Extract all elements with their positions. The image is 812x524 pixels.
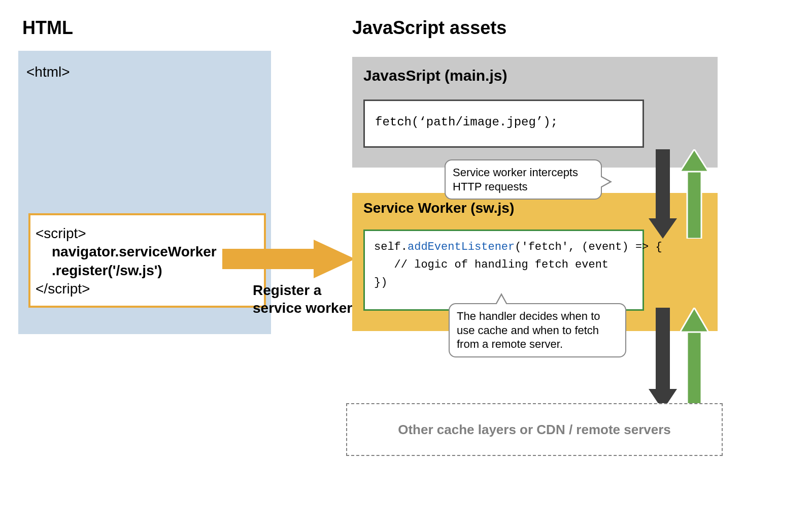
arrow-down-upper-icon — [649, 149, 677, 239]
bubble-handler-text: The handler decides when to use cache an… — [457, 310, 600, 350]
register-label-line1: Register a — [253, 282, 321, 298]
sw-code-rest: ('fetch', (event) => { — [515, 241, 662, 253]
svg-marker-4 — [680, 149, 708, 172]
arrow-up-upper-icon — [680, 149, 708, 239]
register-label: Register a service worker — [253, 281, 352, 317]
svg-rect-5 — [656, 308, 670, 391]
sw-code-prefix: self. — [374, 241, 408, 253]
arrow-down-lower-icon — [649, 308, 677, 410]
sw-code-fn: addEventListener — [408, 241, 515, 253]
svg-rect-3 — [687, 170, 701, 239]
svg-marker-0 — [222, 240, 355, 278]
heading-html: HTML — [22, 17, 73, 39]
sw-code-close: }) — [374, 276, 387, 289]
script-close-tag: </script> — [36, 280, 259, 298]
mainjs-label: JavasSript (main.js) — [363, 67, 507, 84]
heading-js-assets: JavaScript assets — [352, 17, 506, 39]
svg-rect-1 — [656, 149, 670, 220]
svg-rect-7 — [687, 330, 701, 410]
register-arrow-icon — [222, 240, 355, 278]
arrow-up-lower-icon — [680, 308, 708, 410]
cache-label: Other cache layers or CDN / remote serve… — [398, 422, 671, 438]
svg-marker-8 — [680, 308, 708, 332]
bubble-intercept-text: Service worker intercepts HTTP requests — [453, 166, 578, 193]
bubble-intercept: Service worker intercepts HTTP requests — [445, 159, 602, 200]
bubble-handler: The handler decides when to use cache an… — [449, 303, 626, 357]
fetch-code-box: fetch(‘path/image.jpeg’); — [363, 100, 644, 148]
svg-marker-2 — [649, 218, 677, 239]
diagram: HTML JavaScript assets <html> <script> n… — [0, 0, 812, 524]
cache-layers-box: Other cache layers or CDN / remote serve… — [346, 403, 723, 456]
fetch-code: fetch(‘path/image.jpeg’); — [375, 115, 558, 129]
register-label-line2: service worker — [253, 300, 352, 316]
html-open-tag: <html> — [26, 64, 70, 80]
sw-code-comment: // logic of handling fetch event — [374, 258, 608, 271]
service-worker-label: Service Worker (sw.js) — [363, 200, 514, 216]
